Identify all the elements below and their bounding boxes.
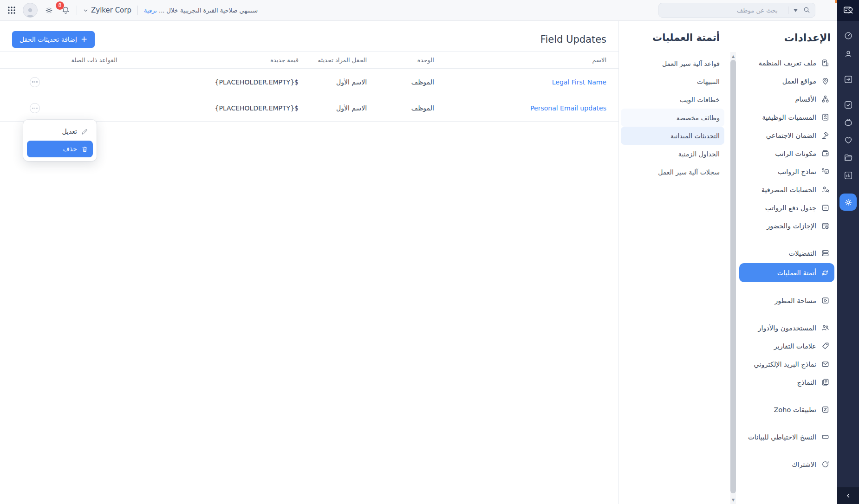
sidebar-item-label: ملف تعريف المنظمة (759, 59, 816, 67)
row-name-link[interactable]: Legal First Name (552, 78, 606, 86)
user-avatar[interactable] (23, 3, 38, 18)
sidebar-item-label: نماذج البريد الإلكتروني (754, 361, 816, 368)
sidebar-item-salary-components[interactable]: مكونات الراتب (739, 144, 832, 162)
automation-refresh-icon (820, 268, 830, 278)
settings-group: تطبيقات Zoho (739, 401, 832, 419)
sidebar-item-zoho-apps[interactable]: تطبيقات Zoho (739, 401, 832, 419)
row-field: الاسم الأول (299, 104, 367, 112)
col-header-name: الاسم (434, 57, 606, 64)
settings-group: مساحة المطور (739, 291, 832, 310)
sidebar-item-process-automation[interactable]: أتمتة العمليات (739, 263, 834, 282)
sidebar-item-email-templates[interactable]: نماذج البريد الإلكتروني (739, 355, 832, 373)
notification-count-badge: 8 (56, 1, 64, 10)
automation-item-workflow-rules[interactable]: قواعد آلية سير العمل (621, 54, 724, 72)
automation-item-custom-functions[interactable]: وظائف مخصصة (621, 109, 724, 127)
notification-bell-icon[interactable]: 8 (61, 6, 71, 15)
folder-icon[interactable] (837, 152, 859, 164)
upgrade-link[interactable]: ترقية (144, 7, 157, 14)
zoho-apps-icon (820, 405, 830, 414)
sidebar-item-org-profile[interactable]: ملف تعريف المنظمة (739, 54, 832, 72)
dashboard-timer-icon[interactable] (837, 30, 859, 42)
person-icon[interactable] (837, 48, 859, 60)
leave-attendance-icon (820, 221, 830, 231)
search-input[interactable] (658, 3, 815, 18)
sidebar-item-label: المسميات الوظيفية (762, 114, 816, 121)
collapse-chevron-icon[interactable] (837, 487, 859, 504)
automation-item-alerts[interactable]: التنبيهات (621, 72, 724, 90)
context-menu-delete[interactable]: حذف (27, 141, 93, 157)
app-window: 8 Zylker Corp ستنتهي صلاحية الفترة التجر… (0, 0, 859, 504)
sidebar-item-preferences[interactable]: التفضيلات (739, 244, 832, 262)
sidebar-item-report-tags[interactable]: علامات التقارير (739, 337, 832, 355)
sidebar-item-work-locations[interactable]: مواقع العمل (739, 72, 832, 90)
delete-label: حذف (63, 145, 77, 153)
col-header-value: قيمة جديدة (117, 57, 299, 64)
sidebar-item-subscription[interactable]: الاشتراك (739, 455, 832, 473)
users-roles-icon (820, 323, 830, 333)
sidebar-item-developer-space[interactable]: مساحة المطور (739, 291, 832, 310)
settings-group: الاشتراك (739, 455, 832, 473)
pencil-icon (81, 128, 88, 135)
scrollbar-thumb[interactable] (730, 60, 736, 493)
sidebar-item-data-backup[interactable]: النسخ الاحتياطي للبيانات (739, 428, 832, 446)
settings-title: الإعدادات (739, 32, 832, 44)
automation-item-workflow-logs[interactable]: سجلات آلية سير العمل (621, 163, 724, 181)
developer-space-icon (820, 296, 830, 305)
calendar-arrow-icon[interactable] (837, 73, 859, 85)
scroll-up-arrow-icon[interactable]: ▲ (730, 53, 736, 59)
app-launcher-icon[interactable] (7, 5, 17, 15)
task-check-icon[interactable] (837, 99, 859, 111)
search-scope-caret-icon[interactable] (794, 9, 798, 12)
row-more-actions-button[interactable] (30, 103, 40, 113)
row-module: الموظف (367, 104, 434, 112)
sidebar-item-statutory[interactable]: الضمان الاجتماعي (739, 126, 832, 144)
row-name-link[interactable]: Personal Email updates (530, 104, 606, 112)
sidebar-item-pay-schedule[interactable]: جدول دفع الرواتب (739, 199, 832, 217)
main-panel: Field Updates + إضافة تحديثات الحقل الاس… (0, 21, 618, 504)
employee-search (658, 3, 815, 18)
sidebar-item-label: النسخ الاحتياطي للبيانات (748, 433, 816, 441)
context-menu-edit[interactable]: تعديل (27, 123, 93, 139)
row-module: الموظف (367, 78, 434, 86)
page-header: Field Updates + إضافة تحديثات الحقل (0, 21, 618, 51)
people-logo-icon[interactable] (837, 0, 859, 21)
settings-gear-icon[interactable] (45, 6, 53, 15)
row-value: ${PLACEHOLDER.EMPTY} (117, 104, 299, 112)
company-selector[interactable]: Zylker Corp (83, 6, 131, 14)
col-header-rules: القواعد ذات الصلة (40, 57, 117, 64)
sidebar-item-leave-attendance[interactable]: الإجازات والحضور (739, 217, 832, 235)
heart-icon[interactable] (837, 134, 859, 146)
sidebar-item-label: النماذج (797, 379, 816, 386)
table-row: Personal Email updates الموظف الاسم الأو… (0, 95, 618, 122)
email-templates-icon (820, 360, 830, 369)
sidebar-item-salary-templates[interactable]: نماذج الرواتب (739, 162, 832, 181)
settings-rail-gear-icon[interactable] (839, 194, 857, 211)
sidebar-item-label: الإجازات والحضور (767, 222, 816, 230)
table-row: Legal First Name الموظف الاسم الأول ${PL… (0, 69, 618, 95)
trial-text: ستنتهي صلاحية الفترة التجريبية خلال ... (159, 7, 258, 14)
work-location-icon (820, 77, 830, 86)
automation-panel: أتمتة العمليات قواعد آلية سير العمل التن… (618, 21, 730, 504)
automation-item-webhooks[interactable]: خطافات الويب (621, 90, 724, 109)
sidebar-item-job-titles[interactable]: المسميات الوظيفية (739, 108, 832, 126)
add-field-updates-button[interactable]: + إضافة تحديثات الحقل (12, 31, 95, 48)
sidebar-item-label: التفضيلات (789, 250, 816, 257)
settings-group: ملف تعريف المنظمة مواقع العمل (739, 54, 832, 235)
col-header-field: الحقل المراد تحديثه (299, 57, 367, 64)
sidebar-item-users-roles[interactable]: المستخدمون والأدوار (739, 319, 832, 337)
sidebar-item-label: مساحة المطور (774, 297, 816, 304)
page-title: Field Updates (540, 34, 606, 45)
sidebar-item-label: المستخدمون والأدوار (758, 324, 816, 332)
scroll-down-arrow-icon[interactable]: ▼ (730, 497, 736, 503)
sidebar-item-departments[interactable]: الأقسام (739, 90, 832, 108)
search-icon[interactable] (803, 6, 811, 14)
money-bag-icon[interactable] (837, 116, 859, 129)
sidebar-item-forms[interactable]: النماذج (739, 373, 832, 391)
topbar: 8 Zylker Corp ستنتهي صلاحية الفترة التجر… (0, 0, 837, 21)
bar-chart-icon[interactable] (837, 169, 859, 181)
row-more-actions-button[interactable] (30, 77, 40, 87)
sidebar-item-bank-accounts[interactable]: الحسابات المصرفية (739, 181, 832, 199)
automation-item-field-updates[interactable]: التحديثات الميدانية (621, 127, 724, 145)
settings-group: المستخدمون والأدوار علامات التقارير (739, 319, 832, 391)
automation-item-schedules[interactable]: الجداول الزمنية (621, 145, 724, 163)
